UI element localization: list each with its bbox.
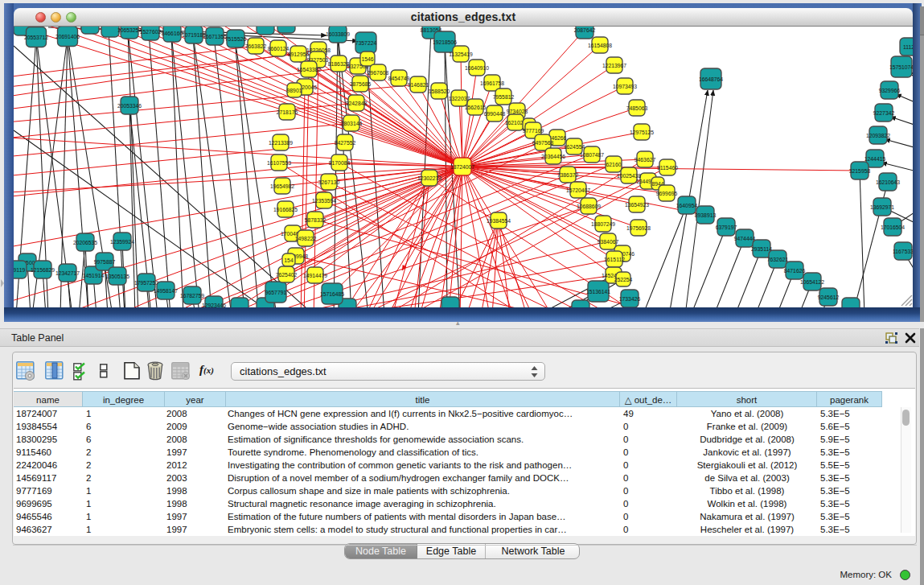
svg-text:14958147: 14958147 <box>154 288 178 294</box>
svg-text:12302273: 12302273 <box>417 175 441 181</box>
svg-text:20206535: 20206535 <box>73 240 97 245</box>
svg-text:252254: 252254 <box>614 277 633 282</box>
svg-text:16782759: 16782759 <box>180 293 204 299</box>
svg-text:14914479: 14914479 <box>303 273 327 278</box>
svg-text:8186328: 8186328 <box>328 61 350 67</box>
svg-text:20691406: 20691406 <box>55 34 80 39</box>
svg-text:1451914: 1451914 <box>83 273 105 278</box>
svg-text:98901: 98901 <box>287 88 302 93</box>
svg-text:9657791: 9657791 <box>265 290 287 295</box>
svg-text:16961758: 16961758 <box>480 80 504 86</box>
svg-text:10973493: 10973493 <box>613 84 637 89</box>
svg-text:5878332: 5878332 <box>305 217 326 223</box>
svg-text:9777169: 9777169 <box>523 128 544 134</box>
svg-text:1640954: 1640954 <box>676 203 698 208</box>
svg-text:13654923: 13654923 <box>625 202 649 208</box>
svg-text:16033809: 16033809 <box>326 31 350 37</box>
svg-text:9699695: 9699695 <box>656 191 678 196</box>
svg-text:2087642: 2087642 <box>574 27 596 33</box>
svg-text:39119: 39119 <box>14 267 25 273</box>
svg-text:12093822: 12093822 <box>866 133 890 138</box>
svg-text:9329966: 9329966 <box>879 88 901 93</box>
svg-text:7386372: 7386372 <box>557 172 579 178</box>
svg-text:1624554: 1624554 <box>564 144 585 150</box>
svg-text:7485063: 7485063 <box>626 105 648 111</box>
svg-text:6379197: 6379197 <box>716 225 737 230</box>
svg-text:15716485: 15716485 <box>320 291 344 297</box>
svg-text:9975887: 9975887 <box>94 259 116 265</box>
svg-text:1244415: 1244415 <box>864 156 886 162</box>
svg-text:2718176: 2718176 <box>277 109 298 115</box>
svg-text:19166825: 19166825 <box>273 207 298 212</box>
svg-text:9384067: 9384067 <box>598 239 619 245</box>
svg-text:8471626: 8471626 <box>784 268 806 274</box>
svg-text:3875685: 3875685 <box>350 81 372 87</box>
svg-text:19218506: 19218506 <box>433 39 457 45</box>
svg-text:9146821: 9146821 <box>408 82 429 88</box>
svg-text:10654122: 10654122 <box>800 279 824 285</box>
svg-text:15720407: 15720407 <box>566 187 590 193</box>
svg-text:9245612: 9245612 <box>818 295 840 300</box>
svg-text:9474444: 9474444 <box>734 236 756 241</box>
svg-text:8454749: 8454749 <box>388 76 410 81</box>
svg-text:1546: 1546 <box>361 56 373 62</box>
svg-text:8170084: 8170084 <box>329 160 351 166</box>
svg-text:1733426: 1733426 <box>619 296 641 302</box>
svg-text:154: 154 <box>284 257 294 263</box>
svg-text:7357224: 7357224 <box>355 40 377 46</box>
svg-text:7955812: 7955812 <box>493 94 515 100</box>
svg-text:1112: 1112 <box>903 44 913 50</box>
svg-text:62160: 62160 <box>606 162 622 167</box>
svg-text:12353594: 12353594 <box>312 198 336 204</box>
svg-text:12923446: 12923446 <box>202 303 226 308</box>
svg-text:7632621: 7632621 <box>767 257 789 262</box>
svg-text:8660124: 8660124 <box>268 46 290 51</box>
svg-text:10653257: 10653257 <box>117 27 142 33</box>
svg-text:16671355: 16671355 <box>203 34 227 39</box>
svg-text:9463627: 9463627 <box>634 157 656 163</box>
svg-text:17957253: 17957253 <box>134 280 158 286</box>
svg-text:9242848: 9242848 <box>346 101 368 106</box>
svg-text:10807487: 10807487 <box>580 152 604 158</box>
svg-text:20053346: 20053346 <box>117 103 142 109</box>
svg-text:19384554: 19384554 <box>487 218 511 224</box>
svg-text:1527602: 1527602 <box>140 29 162 35</box>
svg-text:15136141: 15136141 <box>586 289 610 295</box>
svg-text:16107553: 16107553 <box>267 160 291 166</box>
svg-text:19756928: 19756928 <box>626 225 651 231</box>
svg-text:12342717: 12342717 <box>55 270 80 276</box>
svg-text:20364456: 20364456 <box>541 154 565 159</box>
svg-text:2967608: 2967608 <box>368 70 389 76</box>
svg-text:7515526: 7515526 <box>225 36 247 42</box>
svg-text:1615112: 1615112 <box>604 257 625 262</box>
svg-text:6497568: 6497568 <box>532 140 554 146</box>
svg-text:12156829: 12156829 <box>31 267 55 273</box>
svg-text:16648764: 16648764 <box>699 76 723 82</box>
svg-text:16154808: 16154808 <box>588 43 612 48</box>
svg-text:20553712: 20553712 <box>24 35 48 40</box>
svg-text:1562615: 1562615 <box>465 105 487 110</box>
svg-text:16210643: 16210643 <box>876 179 900 185</box>
svg-text:18807249: 18807249 <box>591 221 615 227</box>
svg-text:19654982: 19654982 <box>270 183 294 189</box>
svg-text:1322037: 1322037 <box>449 96 470 101</box>
svg-text:13505135: 13505135 <box>105 274 129 279</box>
svg-text:8427552: 8427552 <box>335 140 356 146</box>
svg-text:7625402: 7625402 <box>276 272 298 278</box>
svg-text:8466160: 8466160 <box>162 31 183 36</box>
svg-text:3215958: 3215958 <box>849 168 871 174</box>
svg-text:16543382: 16543382 <box>297 67 321 72</box>
svg-text:18724007: 18724007 <box>450 164 474 170</box>
svg-text:15751074: 15751074 <box>889 64 913 70</box>
svg-text:7663822: 7663822 <box>245 43 267 49</box>
svg-text:3267130: 3267130 <box>318 179 340 185</box>
svg-text:1498222: 1498222 <box>295 236 317 241</box>
svg-text:11325419: 11325419 <box>449 51 473 57</box>
svg-text:1167533: 1167533 <box>893 249 913 254</box>
svg-text:13692971: 13692971 <box>870 204 894 210</box>
svg-text:2935114: 2935114 <box>751 246 772 252</box>
svg-text:16640910: 16640910 <box>465 65 489 71</box>
svg-text:17016504: 17016504 <box>881 225 905 230</box>
svg-text:12213967: 12213967 <box>602 63 626 68</box>
svg-text:8938913: 8938913 <box>695 212 717 218</box>
